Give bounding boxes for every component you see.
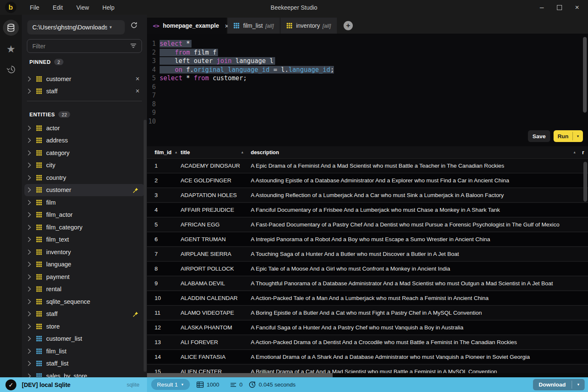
table-row[interactable]: 1ACADEMY DINOSAURA Epic Drama of a Femin… (147, 159, 588, 174)
sidebar-item-film-actor[interactable]: film_actor (24, 209, 144, 221)
chevron-right-icon[interactable] (28, 287, 31, 292)
table-row[interactable]: 15ALIEN CENTERA Brilliant Drama of a Cat… (147, 365, 588, 373)
history-icon[interactable] (6, 64, 16, 76)
sidebar-item-store[interactable]: store (24, 320, 144, 333)
pinned-item-staff[interactable]: staff × (24, 85, 144, 98)
chevron-right-icon[interactable] (28, 187, 31, 192)
sidebar-item-actor[interactable]: actor (24, 122, 144, 134)
table-row[interactable]: 9ALABAMA DEVILA Thoughtful Panorama of a… (147, 276, 588, 291)
table-row[interactable]: 10ALADDIN CALENDARA Action-Packed Tale o… (147, 291, 588, 306)
chevron-right-icon[interactable] (28, 361, 31, 366)
chevron-right-icon[interactable] (28, 237, 31, 242)
horizontal-scrollbar-thumb[interactable] (147, 373, 333, 377)
chevron-right-icon[interactable] (28, 250, 31, 255)
pinned-item-customer[interactable]: customer × (24, 73, 144, 85)
table-row[interactable]: 5AFRICAN EGGA Fast-Paced Documentary of … (147, 218, 588, 232)
sidebar-item-staff[interactable]: staff (24, 308, 144, 321)
chevron-right-icon[interactable] (28, 200, 31, 205)
table-scrollbar[interactable] (583, 162, 587, 202)
sidebar-item-film-text[interactable]: film_text (24, 234, 144, 246)
menu-edit[interactable]: Edit (53, 4, 63, 11)
editor-scrollbar[interactable] (583, 37, 587, 113)
tab-film-list[interactable]: film_list [all] (228, 18, 280, 34)
chevron-right-icon[interactable] (28, 274, 31, 279)
new-tab-button[interactable]: + (344, 21, 353, 30)
table-row[interactable]: 4AFFAIR PREJUDICEA Fanciful Documentary … (147, 203, 588, 218)
chevron-right-icon[interactable] (28, 150, 31, 155)
download-button[interactable]: Download ▼ (533, 379, 585, 390)
chevron-right-icon[interactable] (28, 374, 31, 377)
table-row[interactable]: 7AIRPLANE SIERRAA Touching Saga of a Hun… (147, 247, 588, 262)
sidebar-item-film-list[interactable]: film_list (24, 345, 144, 358)
horizontal-scrollbar-track[interactable] (147, 373, 588, 377)
result-tab-button[interactable]: Result 1 ▼ (151, 379, 190, 390)
sidebar-item-sqlite-sequence[interactable]: sqlite_sequence (24, 295, 144, 308)
chevron-right-icon[interactable] (28, 336, 31, 341)
refresh-icon[interactable] (130, 21, 138, 31)
favorites-icon[interactable]: ★ (6, 43, 16, 55)
chevron-right-icon[interactable] (28, 163, 31, 168)
table-row[interactable]: 14ALICE FANTASIAA Emotional Drama of a A… (147, 350, 588, 365)
chevron-down-icon[interactable]: ▼ (572, 383, 585, 387)
database-tables-icon[interactable] (3, 20, 19, 36)
chevron-right-icon[interactable] (28, 89, 31, 94)
sidebar-item-city[interactable]: city (24, 159, 144, 172)
sidebar-item-film-category[interactable]: film_category (24, 221, 144, 234)
sidebar-scrollbar[interactable] (144, 120, 147, 372)
table-row[interactable]: 12ALASKA PHANTOMA Fanciful Saga of a Hun… (147, 321, 588, 335)
sidebar-item-rental[interactable]: rental (24, 283, 144, 296)
unpin-close-icon[interactable]: × (136, 75, 139, 83)
maximize-button[interactable] (557, 5, 562, 10)
column-header-film-id[interactable]: film_id ▲ (147, 150, 181, 155)
table-row[interactable]: 3ADAPTATION HOLESA Astounding Reflection… (147, 188, 588, 203)
table-row[interactable]: 6AGENT TRUMANA Intrepid Panorama of a Ro… (147, 232, 588, 247)
connection-status[interactable]: ✓ [DEV] local Sqlite sqlite (0, 377, 147, 392)
pin-icon[interactable] (133, 187, 139, 193)
table-row[interactable]: 2ACE GOLDFINGERA Astounding Epistle of a… (147, 174, 588, 188)
chevron-right-icon[interactable] (28, 175, 31, 180)
sidebar-item-country[interactable]: country (24, 171, 144, 184)
sidebar-item-payment[interactable]: payment (24, 271, 144, 283)
unpin-close-icon[interactable]: × (136, 87, 139, 95)
connection-dropdown[interactable]: C:\Users\ghstng\Downloads ▼ (27, 20, 125, 34)
chevron-right-icon[interactable] (28, 138, 31, 143)
sidebar-item-customer-list[interactable]: customer_list (24, 333, 144, 345)
close-button[interactable]: × (573, 3, 581, 12)
sidebar-item-customer[interactable]: customer (24, 184, 144, 197)
chevron-right-icon[interactable] (28, 76, 31, 82)
chevron-right-icon[interactable] (28, 262, 31, 267)
filter-input[interactable] (27, 43, 124, 50)
sidebar-item-inventory[interactable]: inventory (24, 246, 144, 258)
table-row[interactable]: 8AIRPORT POLLOCKA Epic Tale of a Moose A… (147, 262, 588, 276)
column-header-title[interactable]: title ▲ (181, 150, 251, 155)
sidebar-item-category[interactable]: category (24, 147, 144, 159)
chevron-right-icon[interactable] (28, 324, 31, 329)
sidebar-item-staff-list[interactable]: staff_list (24, 358, 144, 370)
sidebar-item-sales-by-store[interactable]: sales_by_store (24, 370, 144, 377)
sidebar-item-language[interactable]: language (24, 258, 144, 271)
column-header-partial[interactable]: r (582, 150, 588, 155)
column-header-description[interactable]: description ▲ (251, 150, 582, 155)
chevron-right-icon[interactable] (28, 212, 31, 217)
tab-inventory[interactable]: inventory [all] (281, 18, 337, 34)
table-row[interactable]: 11ALAMO VIDEOTAPEA Boring Epistle of a B… (147, 306, 588, 321)
chevron-right-icon[interactable] (28, 349, 31, 354)
chevron-right-icon[interactable] (28, 299, 31, 304)
chevron-right-icon[interactable] (28, 126, 31, 131)
menu-view[interactable]: View (76, 4, 89, 11)
minimize-button[interactable]: – (538, 3, 546, 12)
run-button[interactable]: Run ▼ (554, 130, 583, 142)
chevron-down-icon[interactable]: ▼ (573, 134, 583, 138)
tab-homepage-example[interactable]: <> homepage_example × (147, 18, 227, 34)
tab-close-icon[interactable]: × (219, 22, 229, 29)
sidebar-item-address[interactable]: address (24, 134, 144, 147)
sidebar-item-film[interactable]: film (24, 196, 144, 209)
pin-icon[interactable] (133, 311, 139, 317)
menu-help[interactable]: Help (102, 4, 115, 11)
menu-file[interactable]: File (30, 4, 39, 11)
save-button[interactable]: Save (528, 130, 550, 142)
table-row[interactable]: 13ALI FOREVERA Action-Packed Drama of a … (147, 335, 588, 350)
chevron-right-icon[interactable] (28, 311, 31, 316)
chevron-right-icon[interactable] (28, 225, 31, 230)
sql-editor[interactable]: 1 select * 2 from film f 3 left outer jo… (147, 34, 588, 145)
